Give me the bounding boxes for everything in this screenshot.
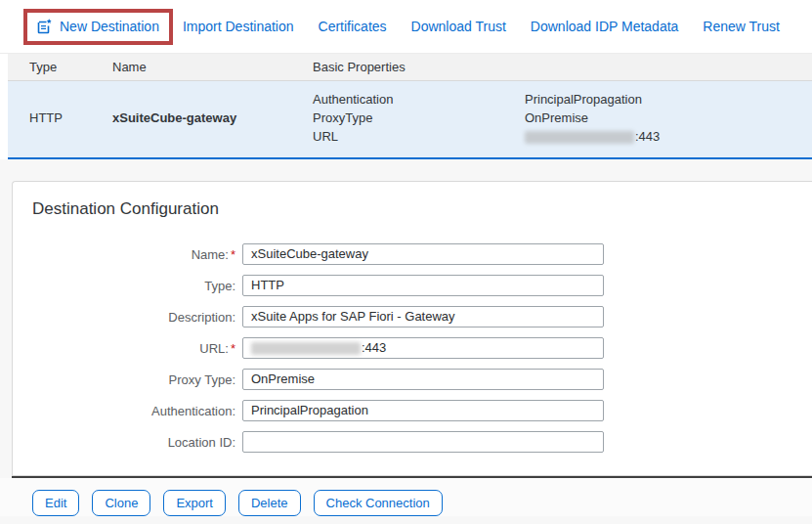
row-property-keys: Authentication ProxyType URL [313,90,525,146]
property-value-authentication: PrincipalPropagation [525,90,812,109]
card-title: Destination Configuration [13,182,812,219]
description-field[interactable]: xSuite Apps for SAP Fiori - Gateway [242,306,604,328]
new-destination-icon [34,18,53,36]
new-destination-button[interactable]: New Destination [34,18,159,36]
type-field[interactable]: HTTP [242,275,604,296]
renew-trust-label: Renew Trust [703,19,780,34]
column-header-name: Name [112,60,313,74]
destinations-toolbar: New Destination Import Destination Certi… [0,0,812,54]
proxy-type-label: Proxy Type: [13,372,235,387]
required-asterisk: * [231,341,235,356]
clone-button[interactable]: Clone [92,490,150,516]
certificates-button[interactable]: Certificates [319,19,387,34]
column-header-basic-properties: Basic Properties [313,60,525,74]
destination-configuration-card: Destination Configuration Name:* xSuiteC… [12,181,812,476]
form-row-url: URL:* :443 [13,337,812,359]
description-label: Description: [13,310,235,325]
annotation-highlight-box: New Destination [23,9,173,45]
property-value-proxytype: OnPremise [525,109,812,127]
location-id-field[interactable] [242,431,604,453]
certificates-label: Certificates [319,19,387,34]
form-row-authentication: Authentication: PrincipalPropagation [13,400,812,421]
renew-trust-button[interactable]: Renew Trust [703,19,780,34]
url-port-suffix: :443 [362,340,386,355]
url-port-suffix: :443 [635,129,660,144]
redacted-url-blur [525,131,634,144]
download-trust-button[interactable]: Download Trust [411,19,506,34]
required-asterisk: * [231,247,235,262]
row-type-cell: HTTP [29,110,112,125]
table-row-xsuitecube-gateway[interactable]: HTTP xSuiteCube-gateway Authentication P… [8,81,812,159]
column-header-type: Type [29,60,112,74]
url-label: URL:* [13,341,235,356]
form-row-name: Name:* xSuiteCube-gateway [13,243,812,265]
row-property-values: PrincipalPropagation OnPremise :443 [525,90,812,146]
url-field[interactable]: :443 [242,337,604,359]
name-label: Name:* [13,247,235,262]
download-idp-metadata-button[interactable]: Download IDP Metadata [531,19,679,34]
authentication-field[interactable]: PrincipalPropagation [242,400,604,421]
table-header-row: Type Name Basic Properties [8,54,812,81]
proxy-type-field[interactable]: OnPremise [242,369,604,390]
redacted-url-blur [251,342,361,355]
form-row-description: Description: xSuite Apps for SAP Fiori -… [13,306,812,328]
download-trust-label: Download Trust [411,19,506,34]
check-connection-button[interactable]: Check Connection [314,490,443,516]
row-name-cell: xSuiteCube-gateway [112,110,313,125]
property-key-url: URL [313,127,525,146]
name-field[interactable]: xSuiteCube-gateway [242,243,604,265]
destinations-table: Type Name Basic Properties HTTP xSuiteCu… [8,54,812,159]
delete-button[interactable]: Delete [238,490,301,516]
form-row-proxy-type: Proxy Type: OnPremise [13,369,812,390]
edit-button[interactable]: Edit [32,490,79,516]
lower-section: Destination Configuration Name:* xSuiteC… [0,159,812,524]
action-button-bar: Edit Clone Export Delete Check Connectio… [0,478,812,516]
export-button[interactable]: Export [163,490,226,516]
property-value-url: :443 [525,127,812,146]
import-destination-label: Import Destination [183,19,294,34]
destination-form: Name:* xSuiteCube-gateway Type: HTTP Des… [13,243,812,453]
authentication-label: Authentication: [13,404,235,418]
download-idp-metadata-label: Download IDP Metadata [531,19,679,34]
form-row-type: Type: HTTP [13,275,812,296]
property-key-proxytype: ProxyType [313,109,525,127]
import-destination-button[interactable]: Import Destination [183,19,294,34]
location-id-label: Location ID: [13,435,235,450]
form-row-location-id: Location ID: [13,431,812,453]
property-key-authentication: Authentication [313,90,525,109]
new-destination-label: New Destination [60,19,159,34]
type-label: Type: [13,279,235,293]
